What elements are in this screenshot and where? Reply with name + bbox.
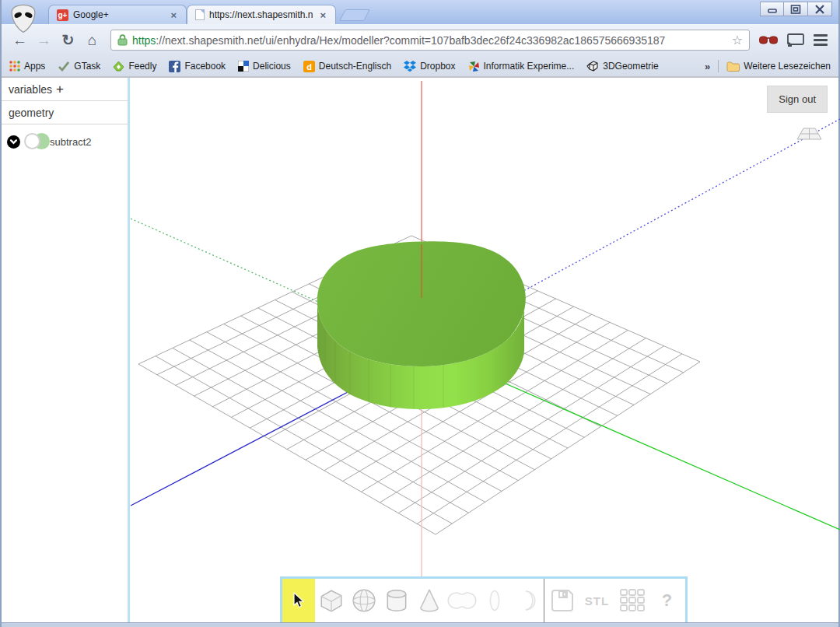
bookmark-3dgeometrie[interactable]: 3DGeometrie <box>586 61 658 72</box>
stl-label: STL <box>585 594 609 608</box>
bookmarks-separator <box>718 60 719 72</box>
google-plus-favicon: g+ <box>57 9 68 21</box>
designs-grid-button[interactable] <box>614 579 649 622</box>
window-controls <box>760 2 832 16</box>
tab-shapesmith[interactable]: https://next.shapesmith.n × <box>187 5 336 24</box>
svg-text:d: d <box>306 61 312 71</box>
document-favicon <box>195 9 205 20</box>
dropbox-icon <box>404 61 416 72</box>
page-content: variables+ geometry subtract2 <box>2 78 838 627</box>
browser-toolbar: ← → ↻ ⌂ https://next.shapesmith.net/ui/e… <box>2 24 838 56</box>
bookmark-feedly[interactable]: Feedly <box>113 61 156 72</box>
variables-section: variables+ <box>2 78 128 101</box>
close-button[interactable] <box>808 2 832 16</box>
sphere-icon <box>351 587 377 614</box>
url-scheme: https <box>132 34 156 47</box>
close-icon <box>814 5 825 14</box>
bookmark-deutsch-englisch[interactable]: d Deutsch-Englisch <box>303 61 391 72</box>
facebook-icon <box>169 61 180 72</box>
checkmark-icon <box>58 61 70 72</box>
union-icon <box>446 589 478 612</box>
bookmarks-bar: Apps GTask Feedly Facebook <box>2 56 838 78</box>
folder-icon <box>726 61 740 72</box>
expand-chevron-icon[interactable] <box>7 135 20 149</box>
cube-icon <box>318 587 345 614</box>
axis-green-dashed <box>131 219 318 302</box>
bookmark-informatik[interactable]: Informatik Experime... <box>468 61 575 72</box>
3d-viewport[interactable]: Sign out <box>130 78 838 627</box>
3d-canvas[interactable] <box>130 78 840 627</box>
cylinder-tool-button[interactable] <box>380 579 413 622</box>
select-tool-button[interactable] <box>282 579 315 622</box>
geometry-section: geometry <box>2 101 128 124</box>
model-tree-sidebar: variables+ geometry subtract2 <box>2 78 130 627</box>
intersect-lens-icon <box>487 589 502 612</box>
maximize-icon <box>790 5 801 14</box>
bookmarks-overflow-chevron[interactable]: » <box>705 61 710 72</box>
help-button[interactable]: ? <box>649 579 684 622</box>
bookmarks-right-group: » Weitere Lesezeichen <box>705 60 831 72</box>
tab-close-icon[interactable]: × <box>318 9 327 21</box>
cone-tool-button[interactable] <box>413 579 446 622</box>
new-tab-button[interactable] <box>339 9 370 21</box>
axis-green-solid <box>482 373 840 530</box>
maximize-button[interactable] <box>784 2 808 16</box>
bookmark-facebook[interactable]: Facebook <box>169 61 226 72</box>
cylinder-icon <box>383 587 410 614</box>
bookmark-gtask[interactable]: GTask <box>58 61 100 72</box>
minimize-button[interactable] <box>760 2 784 16</box>
padlock-icon <box>117 34 128 46</box>
floppy-save-icon <box>550 588 575 613</box>
union-tool-button[interactable] <box>446 579 478 622</box>
bookmark-dropbox[interactable]: Dropbox <box>404 61 455 72</box>
bookmark-star-icon[interactable]: ☆ <box>732 33 743 47</box>
menu-icon[interactable] <box>814 34 828 46</box>
cube-outline-icon <box>586 61 599 72</box>
other-bookmarks-folder[interactable]: Weitere Lesezeichen <box>726 61 831 72</box>
cursor-icon <box>292 592 305 609</box>
url-path: ://next.shapesmith.net/ui/enhydra/Hex/mo… <box>156 34 665 47</box>
modelling-toolbar: STL ? <box>280 576 688 622</box>
export-stl-button[interactable]: STL <box>579 579 614 622</box>
extension-area <box>759 33 831 47</box>
geometry-label: geometry <box>9 107 54 119</box>
tree-item-label: subtract2 <box>50 136 91 148</box>
subtract-tool-button[interactable] <box>511 579 544 622</box>
alien-theme-icon <box>6 2 40 34</box>
tree-item-subtract2[interactable]: subtract2 <box>7 133 128 150</box>
browser-window: g+ Google+ × https://next.shapesmith.n × <box>0 0 840 627</box>
grid-icon <box>620 589 645 612</box>
tab-title: Google+ <box>73 9 164 20</box>
pinwheel-icon <box>468 61 480 72</box>
cast-icon[interactable] <box>787 33 804 47</box>
address-bar[interactable]: https://next.shapesmith.net/ui/enhydra/H… <box>110 30 750 51</box>
home-button[interactable]: ⌂ <box>82 32 103 49</box>
cube-tool-button[interactable] <box>315 579 348 622</box>
tab-strip: g+ Google+ × https://next.shapesmith.n × <box>48 5 367 24</box>
tab-google-plus[interactable]: g+ Google+ × <box>48 5 187 24</box>
help-label: ? <box>662 590 672 611</box>
axis-blue-dashed <box>525 119 840 290</box>
titlebar: g+ Google+ × https://next.shapesmith.n × <box>2 0 838 24</box>
delicious-icon <box>238 61 249 72</box>
add-variable-button[interactable]: + <box>56 82 64 96</box>
apps-grid-icon <box>9 61 20 72</box>
window-bottom-frame <box>2 622 838 627</box>
bookmark-delicious[interactable]: Delicious <box>238 61 291 72</box>
variables-label: variables <box>9 83 52 96</box>
bookmark-apps[interactable]: Apps <box>9 61 45 72</box>
intersect-tool-button[interactable] <box>478 579 511 622</box>
sign-out-button[interactable]: Sign out <box>767 86 828 113</box>
minimize-icon <box>767 5 778 14</box>
save-button[interactable] <box>544 579 579 622</box>
feedly-icon <box>113 61 124 72</box>
boolean-subtract-icon <box>24 133 50 150</box>
tab-close-icon[interactable]: × <box>169 9 178 21</box>
cone-icon <box>416 587 443 614</box>
sphere-tool-button[interactable] <box>348 579 380 622</box>
mask-extension-icon[interactable] <box>759 35 778 46</box>
subtract-crescent-icon <box>516 589 538 612</box>
dict-icon: d <box>303 61 315 72</box>
reload-button[interactable]: ↻ <box>58 31 79 49</box>
tab-title: https://next.shapesmith.n <box>209 9 313 20</box>
